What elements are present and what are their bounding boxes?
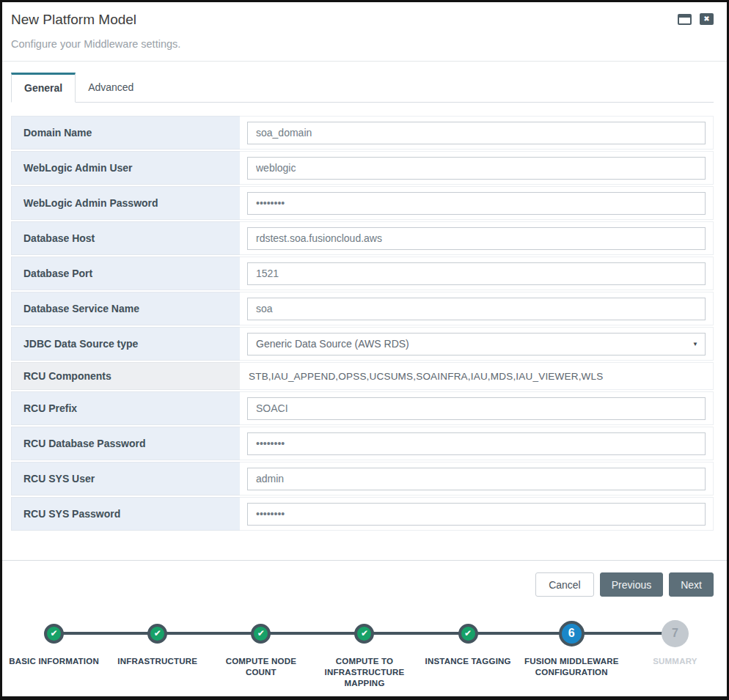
spacer [2, 532, 727, 560]
check-icon[interactable]: ✔ [251, 624, 271, 644]
field-label: RCU Database Password [11, 427, 240, 460]
wizard-step-2: ✔ INFRASTRUCTURE [106, 616, 209, 689]
maximize-icon[interactable] [678, 14, 692, 25]
field-value-cell [240, 391, 714, 425]
tab-advanced[interactable]: Advanced [76, 73, 146, 103]
field-value-cell [240, 186, 714, 220]
form-row: Domain Name [11, 116, 714, 150]
footer-actions: CancelPreviousNext [2, 560, 727, 608]
tab-general[interactable]: General [11, 73, 76, 103]
check-icon[interactable]: ✔ [458, 624, 478, 644]
form-table: Domain Name WebLogic Admin User WebLogic… [11, 116, 714, 532]
field-value-cell [240, 462, 714, 495]
field-label: Database Service Name [11, 292, 240, 325]
page-subtitle: Configure your Middleware settings. [11, 38, 714, 50]
text-input[interactable] [247, 227, 706, 250]
field-label: RCU SYS Password [11, 497, 240, 531]
field-label: RCU Prefix [11, 391, 240, 425]
wizard-step-7: 7 SUMMARY [623, 616, 727, 689]
form-row: Database Host [11, 221, 714, 255]
text-input[interactable] [247, 468, 706, 490]
field-value-cell: STB,IAU_APPEND,OPSS,UCSUMS,SOAINFRA,IAU,… [240, 362, 714, 390]
text-input[interactable] [247, 397, 706, 420]
field-value-cell [240, 497, 714, 531]
password-input[interactable] [247, 503, 706, 526]
wizard-progress: ✔ BASIC INFORMATION ✔ INFRASTRUCTURE ✔ C… [2, 608, 727, 698]
form-row: RCU SYS Password [11, 497, 714, 531]
step-label: FUSION MIDDLEWARE CONFIGURATION [520, 656, 623, 678]
form-row: Database Service Name [11, 292, 714, 325]
text-input[interactable] [247, 262, 706, 285]
text-input[interactable] [247, 298, 706, 320]
check-icon[interactable]: ✔ [147, 624, 167, 644]
wizard-step-3: ✔ COMPUTE NODE COUNT [209, 616, 312, 689]
field-label: RCU Components [11, 362, 240, 390]
window-controls: ✖ [678, 13, 714, 25]
wizard-steps: ✔ BASIC INFORMATION ✔ INFRASTRUCTURE ✔ C… [2, 616, 727, 689]
wizard-step-5: ✔ INSTANCE TAGGING [417, 616, 520, 689]
previous-button[interactable]: Previous [600, 572, 663, 597]
field-label: Database Host [11, 221, 240, 255]
field-value-cell [240, 221, 714, 255]
text-input[interactable] [247, 122, 706, 144]
field-value-cell [240, 257, 714, 290]
dialog-header: New Platform Model Configure your Middle… [2, 2, 727, 62]
next-button[interactable]: Next [669, 572, 714, 597]
jdbc-datasource-select[interactable]: Generic Data Source (AWS RDS)▼ [247, 333, 706, 355]
password-input[interactable] [247, 192, 706, 215]
form-row: RCU Prefix [11, 391, 714, 425]
check-icon[interactable]: ✔ [354, 624, 374, 644]
step-number[interactable]: 6 [559, 621, 585, 646]
step-label: INFRASTRUCTURE [117, 656, 197, 667]
step-label: INSTANCE TAGGING [425, 656, 511, 667]
form-row: WebLogic Admin Password [11, 186, 714, 220]
field-value-cell [240, 116, 714, 150]
field-value-cell: Generic Data Source (AWS RDS)▼ [240, 327, 714, 361]
text-input[interactable] [247, 157, 706, 180]
cancel-button[interactable]: Cancel [535, 572, 594, 597]
check-icon[interactable]: ✔ [44, 624, 64, 644]
field-value-cell [240, 427, 714, 460]
field-value-cell [240, 151, 714, 185]
field-label: Domain Name [11, 116, 240, 150]
field-label: WebLogic Admin User [11, 151, 240, 185]
form-row: RCU SYS User [11, 462, 714, 495]
field-label: Database Port [11, 257, 240, 290]
form-row: JDBC Data Source type Generic Data Sourc… [11, 327, 714, 361]
close-icon[interactable]: ✖ [700, 13, 714, 25]
field-label: WebLogic Admin Password [11, 186, 240, 220]
chevron-down-icon: ▼ [692, 341, 698, 347]
field-label: JDBC Data Source type [11, 327, 240, 361]
form-row: Database Port [11, 257, 714, 290]
new-platform-model-dialog: New Platform Model Configure your Middle… [0, 0, 729, 700]
field-label: RCU SYS User [11, 462, 240, 495]
step-label: COMPUTE NODE COUNT [209, 656, 312, 678]
wizard-step-6: 6 FUSION MIDDLEWARE CONFIGURATION [520, 616, 623, 689]
form-row: WebLogic Admin User [11, 151, 714, 185]
password-input[interactable] [247, 432, 706, 455]
step-label: SUMMARY [653, 656, 697, 667]
wizard-step-1: ✔ BASIC INFORMATION [2, 616, 106, 689]
form-row: RCU Database Password [11, 427, 714, 460]
step-label: COMPUTE TO INFRASTRUCTURE MAPPING [312, 656, 416, 689]
field-value-cell [240, 292, 714, 325]
step-label: BASIC INFORMATION [9, 656, 99, 667]
page-title: New Platform Model [11, 12, 714, 28]
static-value: STB,IAU_APPEND,OPSS,UCSUMS,SOAINFRA,IAU,… [247, 371, 603, 382]
form-row: RCU Components STB,IAU_APPEND,OPSS,UCSUM… [11, 362, 714, 390]
step-number[interactable]: 7 [662, 620, 689, 647]
wizard-step-4: ✔ COMPUTE TO INFRASTRUCTURE MAPPING [312, 616, 416, 689]
tab-bar: GeneralAdvanced [11, 73, 714, 103]
